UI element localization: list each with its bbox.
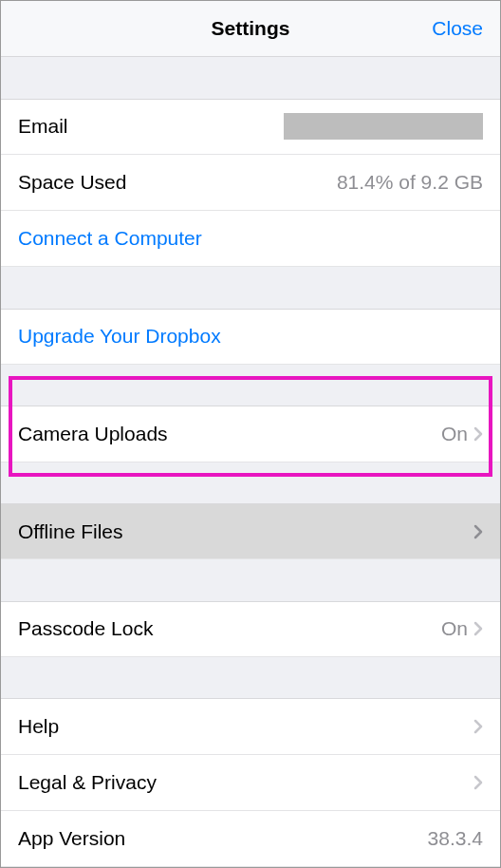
chevron-right-icon bbox=[473, 775, 483, 790]
section-spacer bbox=[1, 657, 500, 698]
offline-files-label: Offline Files bbox=[18, 520, 123, 543]
chevron-right-icon bbox=[473, 719, 483, 734]
app-version-row: App Version 38.3.4 bbox=[1, 811, 500, 867]
settings-screen: Settings Close Email Space Used 81.4% of… bbox=[0, 0, 501, 868]
email-label: Email bbox=[18, 115, 68, 138]
chevron-right-icon bbox=[473, 524, 483, 539]
upgrade-row[interactable]: Upgrade Your Dropbox bbox=[1, 309, 500, 365]
camera-uploads-value: On bbox=[441, 423, 483, 445]
help-label: Help bbox=[18, 715, 59, 738]
camera-uploads-label: Camera Uploads bbox=[18, 423, 168, 445]
section-spacer bbox=[1, 462, 500, 503]
section-spacer bbox=[1, 559, 500, 600]
space-used-row: Space Used 81.4% of 9.2 GB bbox=[1, 155, 500, 211]
app-version-value: 38.3.4 bbox=[428, 827, 483, 850]
email-value-redacted bbox=[284, 113, 483, 140]
space-used-value: 81.4% of 9.2 GB bbox=[337, 171, 483, 194]
help-chevron bbox=[473, 719, 483, 734]
passcode-lock-value: On bbox=[441, 617, 483, 640]
app-version-label: App Version bbox=[18, 827, 125, 850]
connect-computer-row[interactable]: Connect a Computer bbox=[1, 211, 500, 267]
passcode-lock-status: On bbox=[441, 617, 468, 640]
header-bar: Settings Close bbox=[1, 1, 500, 57]
passcode-lock-label: Passcode Lock bbox=[18, 617, 153, 640]
page-title: Settings bbox=[212, 17, 290, 40]
offline-files-row[interactable]: Offline Files bbox=[1, 503, 500, 559]
space-used-label: Space Used bbox=[18, 171, 126, 194]
camera-uploads-status: On bbox=[441, 423, 468, 445]
section-spacer bbox=[1, 267, 500, 308]
chevron-right-icon bbox=[473, 426, 483, 442]
section-spacer bbox=[1, 365, 500, 406]
legal-privacy-row[interactable]: Legal & Privacy bbox=[1, 755, 500, 811]
passcode-lock-row[interactable]: Passcode Lock On bbox=[1, 601, 500, 657]
section-spacer bbox=[1, 57, 500, 98]
help-row[interactable]: Help bbox=[1, 698, 500, 754]
offline-files-chevron bbox=[473, 524, 483, 539]
legal-chevron bbox=[473, 775, 483, 790]
close-button[interactable]: Close bbox=[432, 17, 483, 40]
upgrade-label: Upgrade Your Dropbox bbox=[18, 325, 221, 348]
connect-computer-label: Connect a Computer bbox=[18, 227, 202, 250]
chevron-right-icon bbox=[473, 621, 483, 636]
camera-uploads-row[interactable]: Camera Uploads On bbox=[1, 406, 500, 462]
legal-privacy-label: Legal & Privacy bbox=[18, 771, 157, 794]
email-row[interactable]: Email bbox=[1, 99, 500, 155]
